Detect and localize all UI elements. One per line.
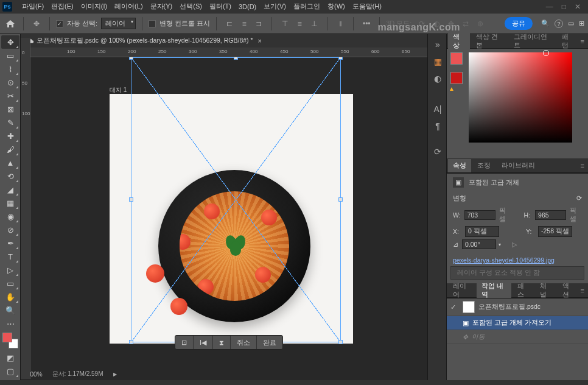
align-center-h-icon[interactable]: ≡ bbox=[237, 18, 251, 30]
lasso-tool[interactable]: ⌇ bbox=[1, 62, 19, 76]
color-secondary-swatch[interactable]: ▲ bbox=[450, 72, 463, 84]
artboard[interactable] bbox=[110, 94, 353, 344]
color-field[interactable] bbox=[469, 52, 572, 143]
artboard-label[interactable]: 대지 1 bbox=[110, 86, 127, 94]
handle-top-left[interactable] bbox=[129, 57, 133, 60]
history-step-row[interactable]: ✥ 이동 bbox=[447, 330, 588, 344]
history-brush-tool[interactable]: ⟲ bbox=[1, 169, 19, 183]
doc-size[interactable]: 문서: 1.17M/2.59M bbox=[52, 370, 103, 378]
history-step-row[interactable]: ▣ 포함된 고급 개체 가져오기 bbox=[447, 316, 588, 330]
foreground-color-swatch[interactable] bbox=[2, 333, 12, 342]
adjustments-dock-icon[interactable]: ◐ bbox=[428, 71, 447, 87]
color-cursor[interactable] bbox=[543, 50, 549, 56]
auto-select-checkbox[interactable]: ✓ bbox=[56, 20, 63, 27]
frame-tool[interactable]: ⊠ bbox=[1, 102, 19, 116]
panel-menu-icon[interactable]: ≡ bbox=[581, 38, 587, 45]
search-icon[interactable]: 🔍 bbox=[541, 19, 550, 27]
document-tab[interactable]: 오픈채팅프로필.psdc @ 100% (pexels-darya-sheyde… bbox=[21, 34, 427, 48]
paragraph-dock-icon[interactable]: ¶ bbox=[428, 118, 447, 134]
history-document-row[interactable]: ✓ 오픈채팅프로필.psdc bbox=[447, 298, 588, 316]
eyedropper-tool[interactable]: ✎ bbox=[1, 116, 19, 129]
workspace-icon[interactable]: ▭ bbox=[568, 19, 574, 27]
home-button[interactable] bbox=[4, 18, 17, 30]
stamp-tool[interactable]: ▲ bbox=[1, 156, 19, 169]
quick-mask-icon[interactable]: ◩ bbox=[1, 351, 19, 364]
close-icon[interactable]: ✕ bbox=[575, 2, 581, 11]
reset-transform-icon[interactable]: ⟳ bbox=[576, 194, 582, 202]
gamut-warning-icon[interactable]: ▲ bbox=[449, 85, 455, 92]
menu-3d[interactable]: 3D(D) bbox=[235, 2, 260, 12]
distribute-icon[interactable]: ⫴ bbox=[334, 18, 347, 30]
pen-tool[interactable]: ✒ bbox=[1, 236, 19, 250]
menu-layer[interactable]: 레이어(L) bbox=[111, 1, 146, 12]
align-top-icon[interactable]: ⊤ bbox=[278, 18, 292, 30]
zoom-tool[interactable]: 🔍 bbox=[1, 303, 19, 317]
tab-libraries[interactable]: 라이브러리 bbox=[497, 159, 540, 172]
minimize-icon[interactable]: — bbox=[546, 2, 553, 11]
panel-menu-icon[interactable]: ≡ bbox=[581, 287, 587, 294]
heal-tool[interactable]: ✚ bbox=[1, 129, 19, 143]
history-brush-source-icon[interactable]: ✓ bbox=[450, 303, 459, 311]
color-swatch-pair[interactable] bbox=[2, 333, 18, 348]
brush-tool[interactable]: 🖌 bbox=[1, 143, 19, 156]
canvas-viewport[interactable]: 대지 1 bbox=[30, 57, 427, 368]
panel-menu-icon[interactable]: ≡ bbox=[581, 162, 587, 169]
x-input[interactable]: 0 픽셀 bbox=[465, 226, 499, 237]
tab-properties[interactable]: 속성 bbox=[448, 159, 471, 172]
color-fg-swatch[interactable] bbox=[450, 52, 463, 65]
quick-select-tool[interactable]: ⊙ bbox=[1, 76, 19, 89]
brushes-dock-icon[interactable]: ⟳ bbox=[428, 144, 447, 160]
commit-button[interactable]: 완료 bbox=[257, 336, 282, 349]
share-button[interactable]: 공유 bbox=[505, 17, 533, 30]
flip-h-icon[interactable]: ▷ bbox=[512, 241, 517, 248]
more-options-icon[interactable]: ••• bbox=[360, 18, 373, 30]
move-tool-icon[interactable]: ✥ bbox=[30, 18, 43, 30]
eraser-tool[interactable]: ◢ bbox=[1, 183, 19, 196]
ruler-horizontal[interactable]: 100 150 200 250 300 350 400 450 500 550 … bbox=[30, 48, 427, 57]
width-input[interactable]: 703 bbox=[464, 210, 495, 220]
crop-tool[interactable]: ✂ bbox=[1, 89, 19, 102]
linked-file-name[interactable]: pexels-darya-sheydel-10456299.jpg bbox=[447, 254, 588, 266]
align-left-icon[interactable]: ⊏ bbox=[223, 18, 236, 30]
menu-filter[interactable]: 필터(T) bbox=[206, 1, 235, 12]
auto-select-dropdown[interactable]: 레이어 bbox=[101, 18, 136, 29]
align-right-icon[interactable]: ⊐ bbox=[252, 18, 265, 30]
collapse-arrows-icon[interactable]: » bbox=[428, 37, 447, 52]
menu-image[interactable]: 이미지(I) bbox=[77, 1, 111, 12]
menu-type[interactable]: 문자(Y) bbox=[147, 1, 177, 12]
screen-mode-icon[interactable]: ▢ bbox=[1, 364, 19, 378]
tab-adjust[interactable]: 조정 bbox=[472, 159, 495, 172]
handle-top-center[interactable] bbox=[234, 57, 238, 60]
reset-icon[interactable]: ⧗ bbox=[213, 336, 231, 349]
show-transform-checkbox[interactable] bbox=[149, 20, 156, 27]
ruler-vertical[interactable]: 0 50 100 bbox=[21, 38, 30, 379]
swatches-dock-icon[interactable]: ▦ bbox=[428, 54, 447, 69]
angle-input[interactable]: 0.00° bbox=[462, 239, 496, 249]
shape-tool[interactable]: ▭ bbox=[1, 277, 19, 290]
edit-toolbar[interactable]: ⋯ bbox=[1, 317, 19, 330]
menu-select[interactable]: 선택(S) bbox=[176, 1, 206, 12]
panel-menu-icon[interactable]: ⊞ bbox=[579, 19, 584, 27]
help-icon[interactable]: ? bbox=[555, 19, 563, 28]
move-tool[interactable]: ✥ bbox=[1, 35, 19, 49]
height-input[interactable]: 965 bbox=[535, 210, 566, 220]
layer-comp-dropdown[interactable]: 레이어 구성 요소 적용 안 함 bbox=[450, 266, 584, 280]
anchor-icon[interactable]: ⊡ bbox=[175, 336, 194, 349]
menu-window[interactable]: 창(W) bbox=[324, 1, 349, 12]
align-bottom-icon[interactable]: ⊥ bbox=[307, 18, 321, 30]
menu-edit[interactable]: 편집(E) bbox=[47, 1, 77, 12]
path-select-tool[interactable]: ▷ bbox=[1, 263, 19, 277]
menu-help[interactable]: 도움말(H) bbox=[349, 1, 385, 12]
hand-tool[interactable]: ✋ bbox=[1, 290, 19, 303]
align-middle-icon[interactable]: ≡ bbox=[293, 18, 306, 30]
y-input[interactable]: -258 픽셀 bbox=[538, 226, 572, 237]
cancel-button[interactable]: 취소 bbox=[231, 336, 257, 349]
menu-plugins[interactable]: 플러그인 bbox=[290, 1, 324, 12]
character-dock-icon[interactable]: A| bbox=[428, 101, 447, 117]
reset-prev-icon[interactable]: I◀ bbox=[194, 336, 213, 349]
tab-close-icon[interactable]: × bbox=[258, 37, 262, 44]
marquee-tool[interactable]: ▭ bbox=[1, 49, 19, 62]
type-tool[interactable]: T bbox=[1, 250, 19, 263]
menu-view[interactable]: 보기(V) bbox=[260, 1, 290, 12]
maximize-icon[interactable]: □ bbox=[562, 2, 566, 11]
